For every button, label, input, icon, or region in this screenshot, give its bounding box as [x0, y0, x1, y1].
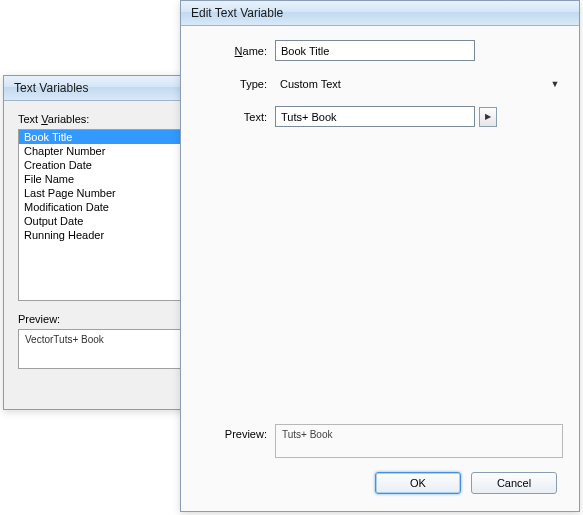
text-variables-title: Text Variables: [14, 81, 88, 95]
edit-text-variable-window: Edit Text Variable Name: Type: Custom Te…: [180, 0, 580, 512]
front-preview-label: Preview:: [197, 424, 275, 440]
back-preview-value: VectorTuts+ Book: [25, 334, 104, 345]
type-label: Type:: [197, 78, 275, 90]
chevron-down-icon: ▼: [547, 79, 563, 89]
text-input[interactable]: [275, 106, 475, 127]
flyout-button[interactable]: ▶: [479, 107, 497, 127]
type-dropdown-value: Custom Text: [275, 73, 547, 94]
triangle-right-icon: ▶: [485, 112, 491, 121]
front-preview-value: Tuts+ Book: [282, 429, 333, 440]
text-label: Text:: [219, 111, 275, 123]
ok-button[interactable]: OK: [375, 472, 461, 494]
front-preview-box: Tuts+ Book: [275, 424, 563, 458]
cancel-button[interactable]: Cancel: [471, 472, 557, 494]
edit-text-variable-titlebar: Edit Text Variable: [181, 1, 579, 26]
type-dropdown[interactable]: Custom Text ▼: [275, 73, 563, 94]
edit-text-variable-title: Edit Text Variable: [191, 6, 283, 20]
name-label: Name:: [197, 45, 275, 57]
name-input[interactable]: [275, 40, 475, 61]
